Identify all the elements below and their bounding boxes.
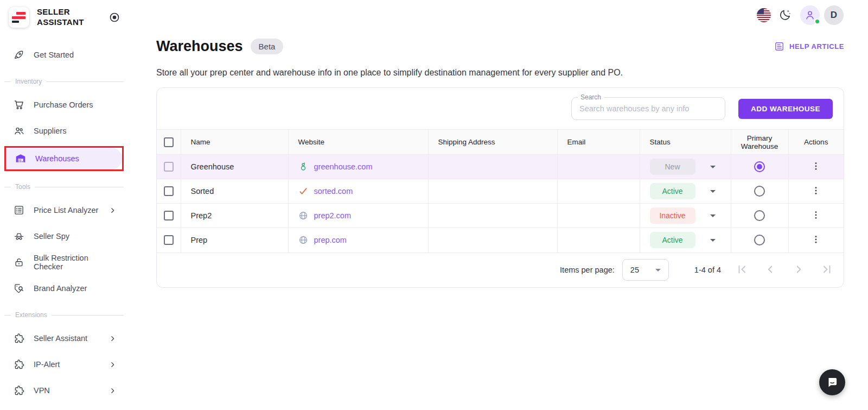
shipping-address-cell [428,155,557,179]
row-checkbox[interactable] [164,162,174,172]
sidebar-item-seller-spy[interactable]: Seller Spy [4,225,124,247]
select-caret-icon [655,269,661,272]
first-page-button[interactable] [735,263,749,277]
sidebar-item-label: Suppliers [34,127,66,135]
sidebar-item-bulk-restriction-checker[interactable]: Bulk Restriction Checker [4,251,124,273]
shipping-address-cell [428,179,557,204]
primary-warehouse-radio[interactable] [754,186,765,197]
warehouses-card: Search ADD WAREHOUSE Name [156,87,844,288]
pagination-range: 1-4 of 4 [694,266,721,274]
column-header-name: Name [181,130,288,155]
column-header-shipping-address: Shipping Address [428,130,557,155]
table-row: Prep prep.com Activ [157,228,844,253]
puzzle-icon [14,385,24,396]
add-warehouse-button[interactable]: ADD WAREHOUSE [738,99,833,119]
sidebar-item-get-started[interactable]: Get Started [4,44,124,66]
people-icon [14,125,24,136]
greenhouse-favicon [298,162,308,172]
globe-favicon [298,211,308,220]
list-icon [14,205,24,216]
status-dropdown-caret-icon[interactable] [710,166,716,168]
chevron-right-icon [109,207,116,214]
next-page-button[interactable] [792,263,806,277]
page-subtitle: Store all your prep center and warehouse… [156,68,844,78]
row-checkbox[interactable] [164,235,174,245]
table-header-row: Name Website Shipping Address Email Stat… [157,130,844,155]
primary-warehouse-radio[interactable] [754,161,765,172]
tag-search-icon [14,283,24,294]
chat-widget-button[interactable] [819,369,845,395]
row-actions-kebab-button[interactable] [809,234,822,247]
chevron-right-icon [109,361,116,368]
topbar: D [128,0,868,30]
search-input[interactable] [572,98,725,119]
previous-page-button[interactable] [763,263,777,277]
items-per-page-select[interactable]: 25 [622,259,669,281]
chat-bubble-icon [825,375,839,389]
row-actions-kebab-button[interactable] [809,185,822,198]
sidebar-item-label: Price List Analyzer [34,206,98,215]
warehouse-name: Prep2 [181,204,288,228]
sidebar-item-seller-assistant-extension[interactable]: Seller Assistant [4,327,124,349]
sidebar-item-label: Seller Assistant [34,334,87,343]
shipping-address-cell [428,204,557,228]
sidebar-item-label: IP-Alert [34,360,60,369]
seller-assistant-logo-icon [9,7,29,28]
sidebar-collapse-toggle-icon[interactable] [108,11,120,23]
language-flag-us-icon[interactable] [757,8,771,22]
puzzle-icon [14,333,24,344]
sidebar-section-extensions: Extensions [4,311,124,319]
warehouse-icon [15,153,26,164]
status-badge[interactable]: New [650,159,695,175]
status-badge[interactable]: Active [650,232,695,248]
sidebar-item-ip-alert[interactable]: IP-Alert [4,354,124,375]
sidebar-item-warehouses[interactable]: Warehouses [6,148,122,169]
column-header-actions: Actions [788,130,844,155]
status-badge[interactable]: Inactive [650,207,695,224]
row-actions-kebab-button[interactable] [809,160,822,173]
row-checkbox[interactable] [164,186,174,196]
primary-warehouse-radio[interactable] [754,235,765,245]
status-dropdown-caret-icon[interactable] [710,215,716,217]
sidebar-item-purchase-orders[interactable]: Purchase Orders [4,94,124,116]
sidebar-item-label: Bulk Restriction Checker [34,254,116,271]
warehouse-name: Greenhouse [181,155,288,179]
globe-favicon [298,235,308,245]
brand[interactable]: SELLER ASSISTANT [4,7,124,28]
warehouse-name: Sorted [181,179,288,204]
website-link[interactable]: prep.com [314,236,347,244]
help-article-link[interactable]: HELP ARTICLE [774,41,844,52]
sidebar-item-brand-analyzer[interactable]: Brand Analyzer [4,277,124,299]
warehouses-table: Name Website Shipping Address Email Stat… [157,129,844,253]
sidebar-item-price-list-analyzer[interactable]: Price List Analyzer [4,199,124,221]
main-area: D Warehouses Beta HELP ARTICLE Store all… [128,0,868,410]
sidebar-item-label: VPN [34,386,50,395]
table-row: Sorted sorted.com A [157,179,844,204]
website-link[interactable]: sorted.com [314,187,353,195]
page-title: Warehouses [156,38,243,55]
spy-icon [14,231,24,242]
sidebar-item-label: Seller Spy [34,232,69,241]
website-link[interactable]: greenhouse.com [314,162,373,171]
dark-mode-moon-icon[interactable] [778,9,792,22]
last-page-button[interactable] [820,263,834,277]
cart-icon [14,99,24,110]
sidebar-item-suppliers[interactable]: Suppliers [4,120,124,142]
column-header-status: Status [640,130,731,155]
status-badge[interactable]: Active [650,183,695,199]
sidebar-item-label: Brand Analyzer [34,284,87,293]
user-avatar[interactable]: D [824,5,844,25]
status-dropdown-caret-icon[interactable] [710,239,716,242]
row-checkbox[interactable] [164,211,174,220]
row-actions-kebab-button[interactable] [809,209,822,222]
website-link[interactable]: prep2.com [314,211,352,220]
primary-warehouse-radio[interactable] [754,210,765,221]
search-field: Search [571,97,725,120]
select-all-checkbox[interactable] [164,137,174,147]
status-dropdown-caret-icon[interactable] [710,190,716,193]
sidebar-item-vpn[interactable]: VPN [4,380,124,401]
warehouse-name: Prep [181,228,288,253]
sidebar: SELLER ASSISTANT Get Started Inventory P… [0,0,128,410]
account-button[interactable] [800,5,820,25]
beta-badge: Beta [251,39,284,54]
